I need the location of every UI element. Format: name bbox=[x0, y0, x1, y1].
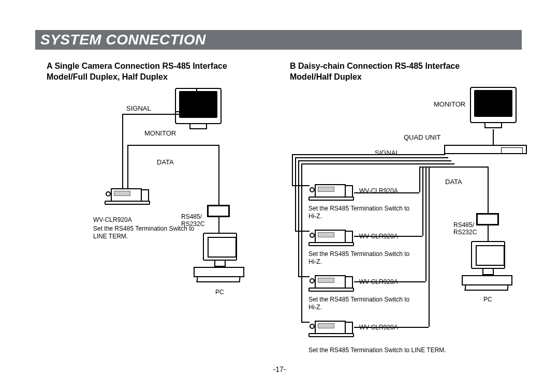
label-pc-b: PC bbox=[483, 296, 492, 303]
section-a-heading: A Single Camera Connection RS-485 Interf… bbox=[47, 61, 254, 83]
label-monitor-b: MONITOR bbox=[434, 100, 465, 108]
label-data-b: DATA bbox=[445, 178, 462, 186]
label-cam-b1-note: Set the RS485 Termination Switch to Hi-Z… bbox=[308, 205, 412, 220]
page-title: SYSTEM CONNECTION bbox=[35, 32, 206, 48]
pc-device-a bbox=[194, 233, 244, 284]
label-pc-a: PC bbox=[215, 289, 224, 296]
camera-device-b4 bbox=[308, 318, 354, 339]
label-adapter-b: RS485/ RS232C bbox=[453, 221, 478, 236]
camera-device-b2 bbox=[308, 227, 354, 248]
label-signal-b: SIGNAL bbox=[375, 149, 400, 157]
label-cam-b2-note: Set the RS485 Termination Switch to Hi-Z… bbox=[308, 250, 412, 266]
camera-device-a bbox=[105, 185, 150, 207]
label-last-note-b: Set the RS485 Termination Switch to LINE… bbox=[308, 346, 516, 354]
label-cam-b3-note: Set the RS485 Termination Switch to Hi-Z… bbox=[308, 296, 412, 311]
label-signal-a: SIGNAL bbox=[126, 104, 151, 112]
section-b-heading-line2: Model/Half Duplex bbox=[290, 72, 362, 81]
label-adapter-a: RS485/ RS232C bbox=[181, 213, 207, 228]
camera-device-b3 bbox=[308, 272, 354, 294]
label-monitor-a: MONITOR bbox=[144, 129, 176, 137]
monitor-device-a bbox=[175, 88, 222, 130]
page-number: -17- bbox=[0, 365, 559, 373]
rs485-adapter-b bbox=[476, 213, 499, 225]
camera-device-b1 bbox=[308, 181, 354, 203]
quad-unit-device bbox=[444, 145, 527, 154]
pc-device-b bbox=[462, 241, 512, 293]
monitor-device-b bbox=[470, 87, 517, 129]
label-camera-model-a: WV-CLR920A bbox=[93, 216, 132, 223]
section-a-heading-line1: A Single Camera Connection RS-485 Interf… bbox=[47, 62, 227, 70]
section-b-heading-line1: B Daisy-chain Connection RS-485 Interfac… bbox=[290, 62, 460, 70]
diagram-area: SIGNAL MONITOR DATA WV-CLR920A Set the R… bbox=[35, 83, 522, 372]
label-quad-unit: QUAD UNIT bbox=[404, 133, 441, 141]
section-a-heading-line2: Model/Full Duplex, Half Duplex bbox=[47, 72, 168, 81]
page-title-bar: SYSTEM CONNECTION bbox=[35, 30, 522, 50]
rs485-adapter-a bbox=[207, 205, 230, 217]
label-data-a: DATA bbox=[157, 158, 174, 166]
section-b-heading: B Daisy-chain Connection RS-485 Interfac… bbox=[290, 61, 497, 83]
